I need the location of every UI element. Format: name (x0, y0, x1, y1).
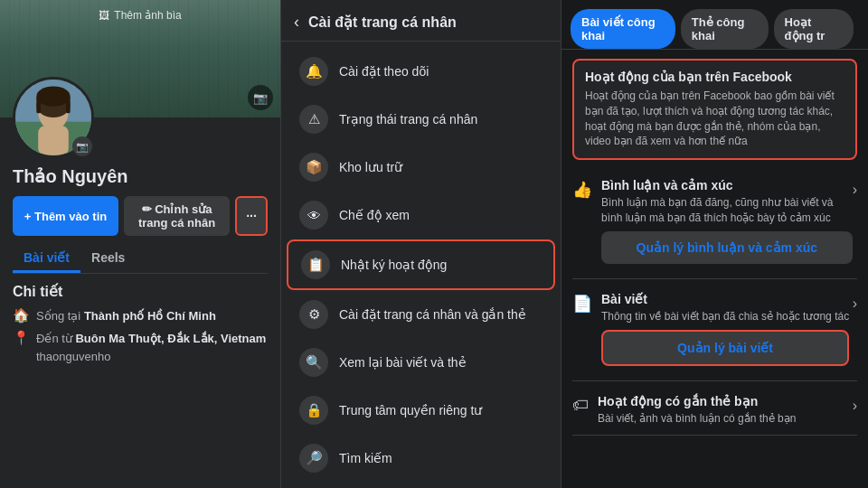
section-title-2: Hoạt động có gắn thẻ bạn (598, 394, 796, 408)
menu-icon-5: ⚙ (299, 300, 328, 329)
menu-icon-7: 🔒 (299, 396, 328, 425)
right-tab-1[interactable]: Thẻ công khai (681, 9, 769, 49)
edit-profile-button[interactable]: ✏ Chỉnh sửa trang cá nhân (124, 196, 230, 236)
chevron-icon-0: › (853, 182, 857, 198)
menu-label-7: Trung tâm quyền riêng tư (339, 403, 482, 418)
add-cover-label[interactable]: 🖼 Thêm ảnh bìa (99, 9, 181, 22)
details-section: Chi tiết 🏠 Sống tại Thành phố Hồ Chí Min… (0, 283, 280, 363)
menu-item-0[interactable]: 🔔 Cài đặt theo dõi (287, 48, 555, 95)
section-title-1: Bài viết (601, 292, 849, 306)
menu-item-5[interactable]: ⚙ Cài đặt trang cá nhân và gắn thẻ (287, 291, 555, 338)
svg-point-5 (36, 86, 70, 106)
add-to-story-button[interactable]: + Thêm vào tin (13, 196, 118, 236)
section-desc-2: Bài viết, ảnh và bình luận có gắn thẻ bạ… (598, 411, 796, 427)
right-tabs: Bài viết công khaiThẻ công khaiHoạt động… (561, 0, 868, 50)
activity-title: Hoạt động của bạn trên Facebook (585, 70, 844, 84)
middle-panel: ‹ Cài đặt trang cá nhân 🔔 Cài đặt theo d… (280, 0, 561, 488)
profile-tabs: Bài viết Reels (13, 245, 268, 274)
section-row-1: 📄 Bài viết Thông tin về bài viết bạn đã … (572, 283, 857, 381)
section-desc-1: Thông tin về bài viết bạn đã chia sẻ hoặ… (601, 309, 849, 324)
section-title-0: Bình luận và cảm xúc (601, 178, 853, 192)
tab-reels[interactable]: Reels (80, 245, 136, 273)
menu-label-8: Tìm kiếm (339, 451, 392, 465)
detail-from: 📍 Đến từ Buôn Ma Thuột, Đắk Lắk, Vietnam (13, 330, 268, 346)
menu-label-3: Chế độ xem (339, 208, 410, 222)
menu-icon-6: 🔍 (299, 348, 328, 377)
right-section-2: 🏷 Hoạt động có gắn thẻ bạn Bài viết, ảnh… (572, 385, 857, 440)
menu-item-9[interactable]: ♡ Cài đặt tưởng nhớ (287, 483, 555, 488)
section-row-0: 👍 Bình luận và cảm xúc Bình luận mà bạn … (572, 169, 857, 279)
activity-section: Hoạt động của bạn trên Facebook Hoạt độn… (572, 59, 857, 160)
right-section-1: 📄 Bài viết Thông tin về bài viết bạn đã … (572, 283, 857, 385)
mid-title: Cài đặt trang cá nhân (308, 14, 457, 31)
menu-item-8[interactable]: 🔎 Tìm kiếm (287, 435, 555, 482)
menu-icon-3: 👁 (299, 201, 328, 230)
section-icon-1: 📄 (572, 294, 592, 314)
profile-link[interactable]: thaonguvenho (36, 350, 268, 363)
menu-label-2: Kho lưu trữ (339, 160, 402, 174)
menu-item-7[interactable]: 🔒 Trung tâm quyền riêng tư (287, 387, 555, 434)
left-panel: 🖼 Thêm ảnh bìa 📷 (0, 0, 280, 488)
action-buttons: + Thêm vào tin ✏ Chỉnh sửa trang cá nhân… (13, 196, 268, 236)
menu-label-1: Trạng thái trang cá nhân (339, 112, 477, 127)
menu-icon-8: 🔎 (299, 444, 328, 473)
right-section-0: 👍 Bình luận và cảm xúc Bình luận mà bạn … (572, 169, 857, 283)
right-panel: Bài viết công khaiThẻ công khaiHoạt động… (561, 0, 868, 488)
avatar-camera-icon[interactable]: 📷 (72, 136, 92, 156)
menu-label-0: Cài đặt theo dõi (339, 64, 429, 79)
right-tab-0[interactable]: Bài viết công khai (571, 9, 675, 49)
back-button[interactable]: ‹ (294, 13, 299, 32)
menu-icon-4: 📋 (301, 250, 330, 279)
section-row-2: 🏷 Hoạt động có gắn thẻ bạn Bài viết, ảnh… (572, 385, 857, 436)
details-title: Chi tiết (13, 283, 268, 300)
svg-rect-6 (36, 97, 41, 114)
location-icon: 📍 (13, 330, 29, 346)
home-icon: 🏠 (13, 307, 29, 324)
svg-rect-4 (38, 126, 69, 155)
photo-icon: 🖼 (99, 9, 109, 22)
chevron-icon-1: › (853, 296, 857, 312)
menu-item-1[interactable]: ⚠ Trạng thái trang cá nhân (287, 96, 555, 143)
detail-home: 🏠 Sống tại Thành phố Hồ Chí Minh (13, 307, 268, 324)
section-desc-0: Bình luận mà bạn đã đăng, cũng như bài v… (601, 195, 853, 226)
more-options-button[interactable]: ··· (235, 196, 268, 236)
tab-posts[interactable]: Bài viết (13, 245, 80, 273)
activity-desc: Hoạt động của bạn trên Facebook bao gồm … (585, 89, 844, 149)
section-icon-2: 🏷 (572, 396, 589, 415)
menu-label-4: Nhật ký hoạt động (341, 258, 447, 272)
menu-icon-0: 🔔 (299, 57, 328, 86)
manage-btn-1[interactable]: Quản lý bài viết (601, 330, 849, 366)
menu-item-2[interactable]: 📦 Kho lưu trữ (287, 144, 555, 191)
profile-name: Thảo Nguyên (13, 165, 268, 187)
right-sections: 👍 Bình luận và cảm xúc Bình luận mà bạn … (572, 169, 857, 439)
avatar: 📷 (13, 77, 94, 158)
right-content: Hoạt động của bạn trên Facebook Hoạt độn… (561, 50, 868, 488)
menu-icon-2: 📦 (299, 153, 328, 182)
right-tab-2[interactable]: Hoạt động tr (774, 9, 854, 49)
menu-label-6: Xem lại bài viết và thẻ (339, 355, 467, 370)
menu-item-3[interactable]: 👁 Chế độ xem (287, 192, 555, 239)
chevron-icon-2: › (853, 398, 857, 414)
manage-btn-0[interactable]: Quản lý bình luận và cảm xúc (601, 231, 853, 264)
mid-menu: 🔔 Cài đặt theo dõi ⚠ Trạng thái trang cá… (281, 42, 561, 488)
menu-item-6[interactable]: 🔍 Xem lại bài viết và thẻ (287, 339, 555, 386)
mid-header: ‹ Cài đặt trang cá nhân (281, 0, 561, 42)
menu-item-4[interactable]: 📋 Nhật ký hoạt động (287, 239, 555, 290)
menu-label-5: Cài đặt trang cá nhân và gắn thẻ (339, 307, 526, 322)
menu-icon-1: ⚠ (299, 105, 328, 134)
cover-camera-icon[interactable]: 📷 (248, 85, 273, 110)
svg-rect-7 (66, 97, 71, 114)
section-icon-0: 👍 (572, 180, 592, 200)
